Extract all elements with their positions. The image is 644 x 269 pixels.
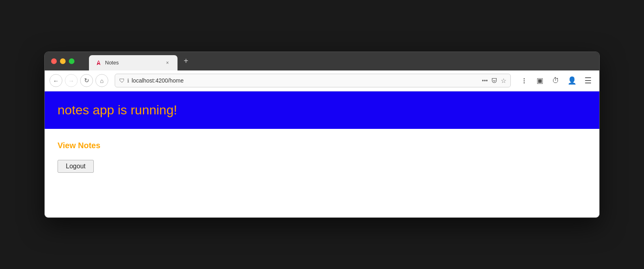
bookmark-button[interactable]: ☆ [501,77,506,85]
angular-favicon [95,60,102,66]
tab-label: Notes [105,60,161,66]
nav-bar: ← → ↻ ⌂ 🛡 ℹ ••• ☆ [45,70,599,91]
back-icon: ← [53,77,59,84]
minimize-button[interactable] [60,58,66,64]
account-button[interactable]: 👤 [566,74,578,87]
menu-button[interactable]: ☰ [582,74,594,87]
page-content: notes app is running! View Notes Logout [45,91,599,217]
window-controls [45,52,89,70]
pocket-button[interactable] [491,77,497,84]
reload-button[interactable]: ↻ [80,74,93,87]
tab-close-button[interactable]: × [164,59,171,66]
reading-list-icon: ⫶ [522,76,526,85]
app-header: notes app is running! [45,91,599,129]
forward-button[interactable]: → [65,74,78,87]
new-tab-button[interactable]: + [180,55,192,67]
app-body: View Notes Logout [45,129,599,217]
reading-list-button[interactable]: ⫶ [517,74,530,87]
reload-icon: ↻ [84,77,89,84]
view-notes-link[interactable]: View Notes [58,141,586,150]
logout-button[interactable]: Logout [58,160,94,173]
more-options-button[interactable]: ••• [482,77,488,84]
app-header-text: notes app is running! [58,103,177,117]
info-icon: ℹ [127,78,129,84]
url-input[interactable] [132,77,479,84]
tab-bar: Notes × + [89,52,599,70]
close-button[interactable] [51,58,57,64]
title-bar: Notes × + [45,52,599,70]
shield-icon: 🛡 [119,77,125,84]
sidebar-button[interactable]: ▣ [533,74,546,87]
browser-toolbar: ⫶ ▣ ⏱ 👤 ☰ [517,74,594,87]
history-icon: ⏱ [552,77,559,85]
active-tab[interactable]: Notes × [89,55,178,70]
history-button[interactable]: ⏱ [549,74,562,87]
home-button[interactable]: ⌂ [95,74,108,87]
maximize-button[interactable] [69,58,74,64]
address-bar-actions: ••• ☆ [482,77,506,85]
menu-icon: ☰ [584,76,592,85]
forward-icon: → [68,77,74,84]
sidebar-icon: ▣ [537,76,543,85]
account-icon: 👤 [568,76,576,85]
back-button[interactable]: ← [50,74,62,87]
pocket-icon [491,77,497,84]
home-icon: ⌂ [100,77,103,84]
address-bar[interactable]: 🛡 ℹ ••• ☆ [115,74,511,87]
browser-window: Notes × + ← → ↻ ⌂ 🛡 ℹ ••• [44,52,600,218]
